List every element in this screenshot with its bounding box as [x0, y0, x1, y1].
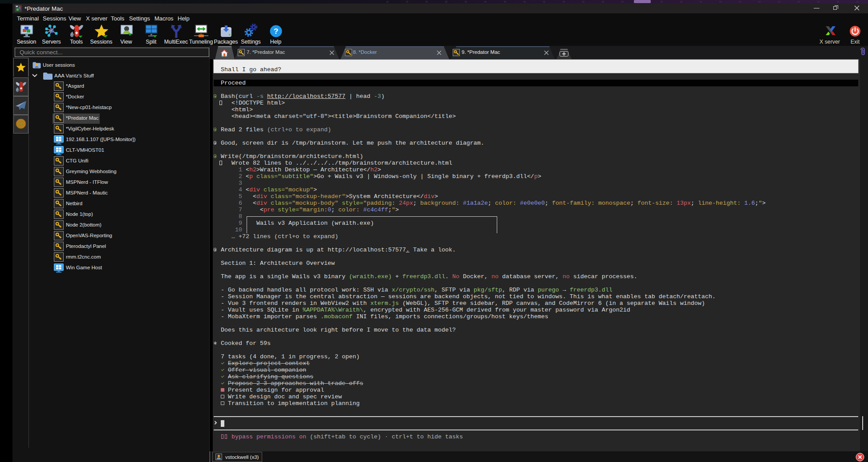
svg-text:?: ? [273, 27, 278, 36]
